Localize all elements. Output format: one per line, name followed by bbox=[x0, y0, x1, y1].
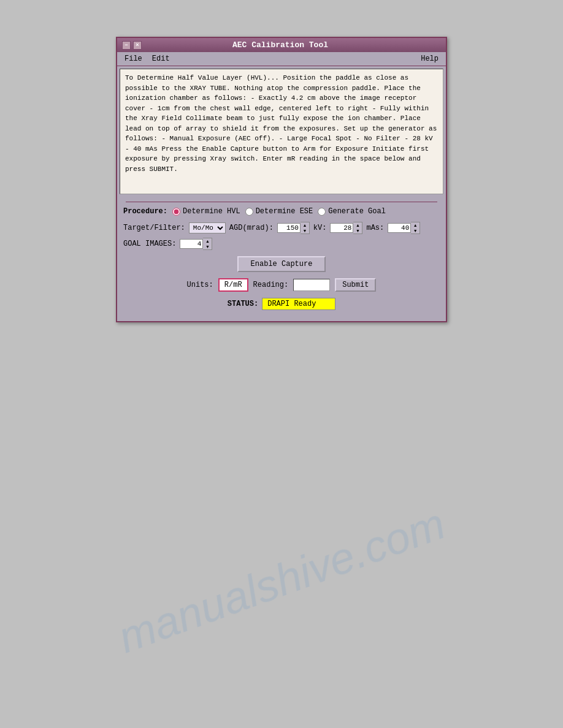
procedure-label: Procedure: bbox=[123, 207, 167, 216]
enable-capture-button[interactable]: Enable Capture bbox=[237, 256, 326, 272]
radio-hvl-input[interactable] bbox=[172, 208, 180, 216]
kv-input[interactable]: 28 bbox=[330, 223, 353, 233]
agd-spinbox: 150 ▲ ▼ bbox=[277, 222, 310, 234]
enable-capture-row: Enable Capture bbox=[123, 256, 440, 272]
status-value: DRAPI Ready bbox=[262, 298, 335, 310]
units-button[interactable]: R/mR bbox=[218, 278, 248, 292]
goal-images-spin-down[interactable]: ▼ bbox=[203, 244, 212, 249]
kv-spin-up[interactable]: ▲ bbox=[353, 222, 362, 228]
radio-hvl[interactable]: Determine HVL bbox=[172, 207, 240, 216]
kv-spin-down[interactable]: ▼ bbox=[353, 228, 362, 233]
procedure-row: Procedure: Determine HVL Determine ESE G… bbox=[123, 207, 440, 216]
radio-goal-label: Generate Goal bbox=[328, 207, 386, 216]
radio-ese-label: Determine ESE bbox=[256, 207, 313, 216]
menu-edit[interactable]: Edit bbox=[148, 53, 174, 64]
menu-file[interactable]: File bbox=[121, 53, 146, 64]
kv-label: kV: bbox=[313, 224, 327, 232]
mas-label: mAs: bbox=[366, 224, 384, 232]
params-row: Target/Filter: Mo/Mo AGD(mrad): 150 ▲ ▼ … bbox=[123, 222, 440, 250]
status-row: STATUS: DRAPI Ready bbox=[123, 298, 440, 316]
radio-goal[interactable]: Generate Goal bbox=[318, 207, 386, 216]
mas-spin-down[interactable]: ▼ bbox=[411, 228, 419, 233]
kv-spinbox: 28 ▲ ▼ bbox=[330, 222, 362, 234]
units-label: Units: bbox=[187, 281, 213, 289]
controls-area: Procedure: Determine HVL Determine ESE G… bbox=[117, 197, 446, 321]
status-label: STATUS: bbox=[228, 300, 258, 308]
minimize-button[interactable]: − bbox=[122, 41, 131, 50]
agd-spin-up[interactable]: ▲ bbox=[301, 222, 309, 228]
mas-input[interactable]: 40 bbox=[388, 223, 411, 233]
reading-input[interactable] bbox=[293, 279, 330, 291]
instructions-text[interactable]: To Determine Half Value Layer (HVL)... P… bbox=[120, 69, 443, 194]
close-button[interactable]: × bbox=[133, 41, 142, 50]
title-bar: − × AEC Calibration Tool bbox=[117, 38, 446, 52]
goal-images-spin-buttons: ▲ ▼ bbox=[203, 238, 212, 250]
reading-row: Units: R/mR Reading: Submit bbox=[123, 278, 440, 292]
reading-label: Reading: bbox=[253, 281, 289, 289]
mas-spinbox: 40 ▲ ▼ bbox=[388, 222, 420, 234]
menu-help[interactable]: Help bbox=[417, 53, 442, 64]
kv-spin-buttons: ▲ ▼ bbox=[353, 222, 362, 234]
agd-spin-buttons: ▲ ▼ bbox=[301, 222, 310, 234]
radio-ese-input[interactable] bbox=[245, 208, 253, 216]
mas-spin-up[interactable]: ▲ bbox=[411, 222, 419, 228]
main-window: − × AEC Calibration Tool File Edit Help … bbox=[116, 37, 447, 322]
radio-ese[interactable]: Determine ESE bbox=[245, 207, 313, 216]
agd-input[interactable]: 150 bbox=[277, 223, 301, 233]
radio-hvl-label: Determine HVL bbox=[183, 207, 240, 216]
window-title: AEC Calibration Tool bbox=[232, 40, 328, 50]
goal-images-input[interactable]: 4 bbox=[180, 239, 203, 249]
goal-images-spin-up[interactable]: ▲ bbox=[203, 238, 212, 244]
title-bar-buttons: − × bbox=[122, 41, 142, 50]
menu-bar: File Edit Help bbox=[117, 52, 446, 66]
mas-spin-buttons: ▲ ▼ bbox=[411, 222, 420, 234]
agd-spin-down[interactable]: ▼ bbox=[301, 228, 309, 233]
goal-images-label: GOAL IMAGES: bbox=[123, 240, 176, 248]
submit-button[interactable]: Submit bbox=[335, 278, 376, 292]
agd-label: AGD(mrad): bbox=[229, 224, 274, 232]
radio-goal-input[interactable] bbox=[318, 208, 326, 216]
separator bbox=[126, 202, 437, 202]
target-filter-label: Target/Filter: bbox=[123, 224, 185, 232]
target-filter-select[interactable]: Mo/Mo bbox=[189, 222, 226, 233]
goal-images-spinbox: 4 ▲ ▼ bbox=[180, 238, 212, 250]
instructions-container: To Determine Half Value Layer (HVL)... P… bbox=[120, 69, 443, 194]
